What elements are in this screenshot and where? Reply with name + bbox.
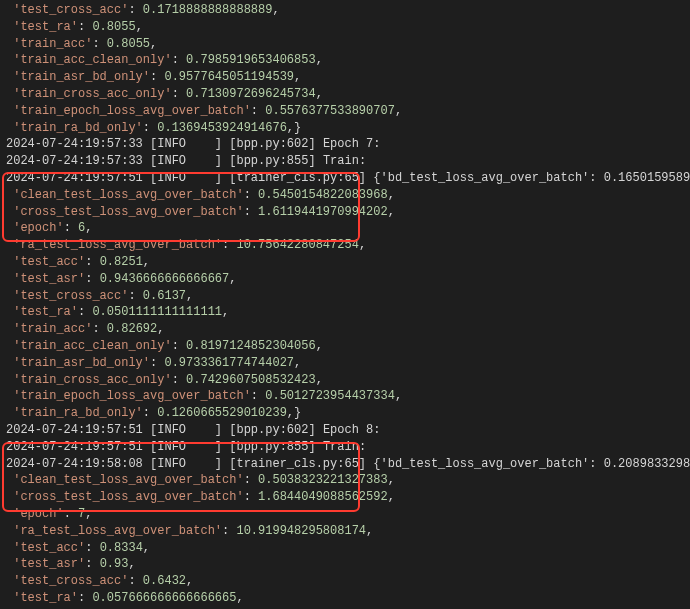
log-line: 'test_acc': 0.8334, [6,540,684,557]
log-line: 'train_acc_clean_only': 0.81971248523040… [6,338,684,355]
log-line: 'train_ra_bd_only': 0.1260665529010239,} [6,405,684,422]
log-line: 'ra_test_loss_avg_over_batch': 10.919948… [6,523,684,540]
log-line: 2024-07-24:19:57:51 [INFO ] [bpp.py:602]… [6,422,684,439]
log-output[interactable]: 'test_cross_acc': 0.1718888888888889, 't… [0,0,690,609]
log-line: 'train_asr_bd_only': 0.9733361774744027, [6,355,684,372]
log-line: 'train_ra_bd_only': 0.1369453924914676,} [6,120,684,137]
log-line: 2024-07-24:19:57:33 [INFO ] [bpp.py:855]… [6,153,684,170]
log-line: 'clean_test_loss_avg_over_batch': 0.5450… [6,187,684,204]
log-line: 'test_asr': 0.93, [6,556,684,573]
log-line: 'test_ra': 0.057666666666666665, [6,590,684,607]
log-line: 'train_epoch_loss_avg_over_batch': 0.557… [6,103,684,120]
log-line: 'train_acc_clean_only': 0.79859196534068… [6,52,684,69]
log-line: 'train_epoch_loss_avg_over_batch': 0.501… [6,388,684,405]
log-line: 'test_cross_acc': 0.6137, [6,288,684,305]
log-line: 2024-07-24:19:57:51 [INFO ] [trainer_cls… [6,170,684,187]
terminal-window: 'test_cross_acc': 0.1718888888888889, 't… [0,0,690,609]
log-line: 'ra_test_loss_avg_over_batch': 10.756422… [6,237,684,254]
log-line: 2024-07-24:19:58:08 [INFO ] [trainer_cls… [6,456,684,473]
log-line: 'test_acc': 0.8251, [6,254,684,271]
log-line: 'cross_test_loss_avg_over_batch': 1.6119… [6,204,684,221]
log-line: 'epoch': 6, [6,220,684,237]
log-line: 'clean_test_loss_avg_over_batch': 0.5038… [6,472,684,489]
log-line: 'test_ra': 0.0501111111111111, [6,304,684,321]
log-line: 'test_ra': 0.8055, [6,19,684,36]
log-line: 'test_cross_acc': 0.1718888888888889, [6,2,684,19]
log-line: 2024-07-24:19:57:33 [INFO ] [bpp.py:602]… [6,136,684,153]
log-line: 'test_asr': 0.943666666666666​7, [6,271,684,288]
log-line: 'train_asr_bd_only': 0.9577645051194539, [6,69,684,86]
log-line: 'train_cross_acc_only': 0.71309726962457… [6,86,684,103]
log-line: 'cross_test_loss_avg_over_batch': 1.6844… [6,489,684,506]
log-line: 2024-07-24:19:57:51 [INFO ] [bpp.py:855]… [6,439,684,456]
log-line: 'test_cross_acc': 0.6432, [6,573,684,590]
log-line: 'epoch': 7, [6,506,684,523]
log-line: 'train_acc': 0.8055, [6,36,684,53]
log-line: 'train_acc': 0.82692, [6,321,684,338]
log-line: 'train_cross_acc_only': 0.74296075085324… [6,372,684,389]
